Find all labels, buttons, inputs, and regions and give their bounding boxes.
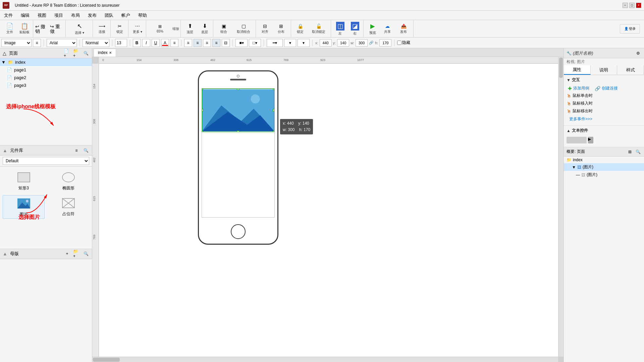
element-type-select[interactable]: Image [1,39,32,47]
pages-add-folder-button[interactable]: 📁+ [73,50,80,57]
vertical-align-button[interactable]: ⊟ [222,39,230,47]
more-events-button[interactable]: 更多事件>>> [567,115,641,123]
y-input[interactable] [337,39,349,47]
text-control-arrow[interactable]: ▶ [588,137,593,143]
align-left-button[interactable]: ≡ [184,39,192,47]
menu-edit[interactable]: 编辑 [19,12,31,19]
select-button[interactable]: ↖ 选择 ▾ [68,21,91,36]
ungroup-button[interactable]: ▢ 取消组合 [233,21,254,36]
text-control-slider[interactable] [567,137,587,143]
library-select[interactable]: Default [3,157,89,165]
menu-file[interactable]: 文件 [3,12,14,19]
sep7 [264,40,264,46]
widgets-menu-button[interactable]: ≡ [73,147,80,154]
minimize-button[interactable]: − [623,3,628,8]
zoom-control[interactable]: ⊞ 65% [148,21,172,36]
line-end-button[interactable]: ▾ [298,39,310,47]
canvas-scrollbar-vertical[interactable] [558,57,564,357]
tab-style[interactable]: 样式 [617,65,644,75]
masters-search-button[interactable]: 🔍 [83,250,89,257]
preview-button[interactable]: ▶ 预览 [366,21,380,36]
group-button[interactable]: ▣ 组合 [215,21,232,36]
hide-label[interactable]: 隐藏 [397,40,410,46]
connect-button[interactable]: ⟶ 连接 [95,21,109,36]
canvas-content[interactable]: 0 154 308 462 615 769 923 1077 154 308 4… [92,57,564,362]
align-center-button[interactable]: ≡ [194,39,202,47]
menu-layout[interactable]: 布局 [70,12,81,19]
masters-add-folder-button[interactable]: 📁+ [73,250,80,257]
widget-oval[interactable]: 椭圆形 [47,169,89,192]
font-size-input[interactable] [115,39,127,47]
x-input[interactable] [320,39,332,47]
pages-search-button[interactable]: 🔍 [83,50,89,57]
masters-add-button[interactable]: + [64,250,70,257]
page-item-page2[interactable]: 📄 page2 [0,74,92,81]
border-color-button[interactable]: □▾ [249,39,261,47]
publish-button[interactable]: 📤 发布 [395,21,412,36]
bold-button[interactable]: B [133,39,141,47]
page-item-page1[interactable]: 📄 page1 [0,66,92,74]
align-right-button[interactable]: ≡ [203,39,211,47]
clipboard-button[interactable]: 📋 贴贴板 [17,21,32,36]
line-style-button[interactable]: ━▾ [267,39,283,47]
page-item-index[interactable]: ▼ 📁 index [0,58,92,66]
share-button[interactable]: ☁ 共享 [380,21,394,36]
tab-close-icon[interactable]: ✕ [109,51,112,55]
menu-help[interactable]: 帮助 [137,12,148,19]
hide-checkbox[interactable] [397,41,401,45]
border-width-button[interactable]: ▾ [284,39,296,47]
w-input[interactable] [356,39,368,47]
fill-color-button[interactable]: ■▾ [235,39,248,47]
h-input[interactable] [379,39,391,47]
outline-item-image-child[interactable]: — 🖼 (图片) [564,171,644,179]
widget-placeholder[interactable]: 占位符 [47,195,89,219]
underline-button[interactable]: U [152,39,160,47]
widget-rect[interactable]: 矩形3 [3,169,45,192]
undo-button[interactable]: ↩ 撤销 [35,21,49,36]
element-properties-button[interactable]: ≡ [33,39,41,47]
maximize-button[interactable]: □ [629,3,635,8]
widgets-search-button[interactable]: 🔍 [83,147,89,154]
outline-item-index[interactable]: 📁 index [564,157,644,163]
outline-item-image-group[interactable]: ▼ 🖼 (图片) [564,163,644,171]
menu-view[interactable]: 视图 [36,12,48,19]
new-file-button[interactable]: 📄 文件 [3,21,17,36]
image-widget[interactable] [202,88,274,132]
top-layer-button[interactable]: ⬆ 顶层 [183,21,197,36]
redo-button[interactable]: ↪ 重做 [50,21,64,36]
distribute-button[interactable]: ⊞ 分布 [273,21,289,36]
canvas-tab-index[interactable]: index ✕ [94,49,116,57]
align-button[interactable]: ⊟ 对齐 [258,21,272,36]
bottom-layer-button[interactable]: ⬇ 底层 [198,21,212,36]
canvas-scrollbar-horizontal[interactable] [92,357,558,362]
align-justify-button[interactable]: ≡ [212,39,220,47]
outline-filter-button[interactable]: ⊞ [627,148,633,155]
lock-button[interactable]: 🔒 锁定 [293,21,307,36]
menu-team[interactable]: 团队 [103,12,115,19]
unlock-button[interactable]: 🔓 取消锁定 [308,21,329,36]
create-link-button[interactable]: 🔗 创建连接 [593,85,619,92]
widget-image[interactable]: 图片 [3,195,45,219]
right-panel-settings-button[interactable]: ⚙ [635,50,641,57]
font-family-select[interactable]: Arial [47,39,77,47]
left-button[interactable]: ◫ 左 [333,21,347,36]
canvas-white[interactable]: x: 440 y: 140 w: 300 h: 170 [99,64,558,357]
tab-properties[interactable]: 属性 [564,65,591,75]
menu-account[interactable]: 帐户 [120,12,131,19]
crop-button[interactable]: ✂ 锁定 [113,21,127,36]
menu-publish[interactable]: 发布 [87,12,98,19]
pages-add-button[interactable]: 📄+ [64,50,70,57]
more-button[interactable]: ⋯ 更多 ▾ [130,21,145,36]
login-button[interactable]: 👤 登录 [620,24,640,34]
page-item-page3[interactable]: 📄 page3 [0,81,92,89]
more-text-button[interactable]: ≡ [170,39,178,47]
close-button[interactable]: × [636,3,641,8]
font-style-select[interactable]: Normal [83,39,109,47]
font-color-button[interactable]: A [161,39,169,47]
tab-notes[interactable]: 说明 [591,65,618,75]
menu-project[interactable]: 项目 [53,12,64,19]
outline-search-button2[interactable]: 🔍 [635,148,641,155]
right-button[interactable]: ◪ 右 [348,21,362,36]
italic-button[interactable]: I [142,39,150,47]
add-case-button[interactable]: ✚ 添加用例 [567,85,591,92]
